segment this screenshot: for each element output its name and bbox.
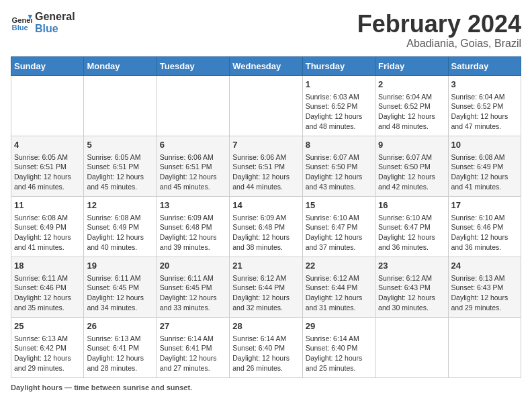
calendar-cell <box>230 75 302 136</box>
logo: General Blue General Blue <box>11 11 75 34</box>
header-cell-wednesday: Wednesday <box>230 56 302 75</box>
logo-line1: General <box>35 11 75 23</box>
calendar-week-3: 18Sunrise: 6:11 AM Sunset: 6:46 PM Dayli… <box>11 257 521 317</box>
day-info: Sunrise: 6:10 AM Sunset: 6:46 PM Dayligh… <box>451 213 518 253</box>
day-info: Sunrise: 6:14 AM Sunset: 6:40 PM Dayligh… <box>306 334 372 373</box>
location-subtitle: Abadiania, Goias, Brazil <box>357 38 521 50</box>
day-info: Sunrise: 6:04 AM Sunset: 6:52 PM Dayligh… <box>451 92 518 132</box>
day-number: 11 <box>14 199 81 212</box>
calendar-cell: 28Sunrise: 6:14 AM Sunset: 6:40 PM Dayli… <box>230 317 302 377</box>
day-number: 21 <box>232 260 299 272</box>
day-info: Sunrise: 6:05 AM Sunset: 6:51 PM Dayligh… <box>87 152 153 192</box>
header-cell-tuesday: Tuesday <box>157 56 229 75</box>
day-info: Sunrise: 6:07 AM Sunset: 6:50 PM Dayligh… <box>378 152 445 192</box>
day-info: Sunrise: 6:06 AM Sunset: 6:51 PM Dayligh… <box>160 152 226 192</box>
header-cell-sunday: Sunday <box>11 56 84 75</box>
day-number: 28 <box>232 320 299 332</box>
day-number: 4 <box>14 139 81 151</box>
calendar-cell: 4Sunrise: 6:05 AM Sunset: 6:51 PM Daylig… <box>11 136 84 196</box>
day-number: 1 <box>306 79 372 91</box>
calendar-week-2: 11Sunrise: 6:08 AM Sunset: 6:49 PM Dayli… <box>11 196 521 257</box>
day-number: 13 <box>160 199 226 212</box>
day-number: 26 <box>87 320 153 332</box>
calendar-cell: 5Sunrise: 6:05 AM Sunset: 6:51 PM Daylig… <box>84 136 157 196</box>
day-info: Sunrise: 6:08 AM Sunset: 6:49 PM Dayligh… <box>451 152 518 192</box>
day-number: 12 <box>87 199 153 212</box>
calendar-cell: 19Sunrise: 6:11 AM Sunset: 6:45 PM Dayli… <box>84 257 157 317</box>
day-info: Sunrise: 6:07 AM Sunset: 6:50 PM Dayligh… <box>306 152 372 192</box>
calendar-cell: 24Sunrise: 6:13 AM Sunset: 6:43 PM Dayli… <box>448 257 521 317</box>
calendar-cell: 13Sunrise: 6:09 AM Sunset: 6:48 PM Dayli… <box>157 196 229 257</box>
day-info: Sunrise: 6:14 AM Sunset: 6:40 PM Dayligh… <box>232 334 299 373</box>
day-info: Sunrise: 6:06 AM Sunset: 6:51 PM Dayligh… <box>232 152 299 192</box>
day-info: Sunrise: 6:12 AM Sunset: 6:44 PM Dayligh… <box>306 273 372 313</box>
header: General Blue General Blue February 2024 … <box>11 11 521 50</box>
footer-text: — time between sunrise and sunset. <box>62 383 192 392</box>
day-number: 16 <box>378 199 445 212</box>
calendar-cell: 11Sunrise: 6:08 AM Sunset: 6:49 PM Dayli… <box>11 196 84 257</box>
title-area: February 2024 Abadiania, Goias, Brazil <box>357 11 521 50</box>
day-info: Sunrise: 6:12 AM Sunset: 6:44 PM Dayligh… <box>232 273 299 313</box>
logo-line2: Blue <box>35 23 75 35</box>
calendar-body: 1Sunrise: 6:03 AM Sunset: 6:52 PM Daylig… <box>11 75 521 377</box>
day-number: 8 <box>306 139 372 151</box>
day-number: 20 <box>160 260 226 272</box>
calendar-cell: 21Sunrise: 6:12 AM Sunset: 6:44 PM Dayli… <box>230 257 302 317</box>
calendar-cell: 25Sunrise: 6:13 AM Sunset: 6:42 PM Dayli… <box>11 317 84 377</box>
day-info: Sunrise: 6:13 AM Sunset: 6:41 PM Dayligh… <box>87 334 153 373</box>
day-info: Sunrise: 6:09 AM Sunset: 6:48 PM Dayligh… <box>160 213 226 253</box>
day-info: Sunrise: 6:13 AM Sunset: 6:43 PM Dayligh… <box>451 273 518 313</box>
calendar-cell <box>84 75 157 136</box>
day-number: 29 <box>306 320 372 332</box>
day-info: Sunrise: 6:11 AM Sunset: 6:46 PM Dayligh… <box>14 273 81 313</box>
calendar-cell: 23Sunrise: 6:12 AM Sunset: 6:43 PM Dayli… <box>375 257 448 317</box>
calendar-cell: 3Sunrise: 6:04 AM Sunset: 6:52 PM Daylig… <box>448 75 521 136</box>
calendar-cell: 16Sunrise: 6:10 AM Sunset: 6:47 PM Dayli… <box>375 196 448 257</box>
calendar-cell: 20Sunrise: 6:11 AM Sunset: 6:45 PM Dayli… <box>157 257 229 317</box>
calendar-cell: 2Sunrise: 6:04 AM Sunset: 6:52 PM Daylig… <box>375 75 448 136</box>
day-number: 19 <box>87 260 153 272</box>
day-info: Sunrise: 6:03 AM Sunset: 6:52 PM Dayligh… <box>306 92 372 132</box>
header-cell-monday: Monday <box>84 56 157 75</box>
day-number: 22 <box>306 260 372 272</box>
day-info: Sunrise: 6:05 AM Sunset: 6:51 PM Dayligh… <box>14 152 81 192</box>
day-number: 23 <box>378 260 445 272</box>
calendar-week-4: 25Sunrise: 6:13 AM Sunset: 6:42 PM Dayli… <box>11 317 521 377</box>
day-number: 18 <box>14 260 81 272</box>
calendar-cell: 26Sunrise: 6:13 AM Sunset: 6:41 PM Dayli… <box>84 317 157 377</box>
calendar-header-row: SundayMondayTuesdayWednesdayThursdayFrid… <box>11 56 521 75</box>
calendar-cell: 7Sunrise: 6:06 AM Sunset: 6:51 PM Daylig… <box>230 136 302 196</box>
day-info: Sunrise: 6:11 AM Sunset: 6:45 PM Dayligh… <box>160 273 226 313</box>
calendar-cell <box>448 317 521 377</box>
header-cell-thursday: Thursday <box>302 56 375 75</box>
day-info: Sunrise: 6:04 AM Sunset: 6:52 PM Dayligh… <box>378 92 445 132</box>
day-info: Sunrise: 6:11 AM Sunset: 6:45 PM Dayligh… <box>87 273 153 313</box>
day-number: 3 <box>451 79 518 91</box>
header-cell-saturday: Saturday <box>448 56 521 75</box>
month-year-title: February 2024 <box>357 11 521 38</box>
calendar-cell: 10Sunrise: 6:08 AM Sunset: 6:49 PM Dayli… <box>448 136 521 196</box>
calendar-cell: 27Sunrise: 6:14 AM Sunset: 6:41 PM Dayli… <box>157 317 229 377</box>
day-number: 6 <box>160 139 226 151</box>
day-number: 14 <box>232 199 299 212</box>
day-number: 17 <box>451 199 518 212</box>
day-number: 5 <box>87 139 153 151</box>
day-info: Sunrise: 6:14 AM Sunset: 6:41 PM Dayligh… <box>160 334 226 373</box>
calendar-cell: 15Sunrise: 6:10 AM Sunset: 6:47 PM Dayli… <box>302 196 375 257</box>
calendar-cell: 12Sunrise: 6:08 AM Sunset: 6:49 PM Dayli… <box>84 196 157 257</box>
day-info: Sunrise: 6:09 AM Sunset: 6:48 PM Dayligh… <box>232 213 299 253</box>
calendar-week-1: 4Sunrise: 6:05 AM Sunset: 6:51 PM Daylig… <box>11 136 521 196</box>
calendar-cell: 17Sunrise: 6:10 AM Sunset: 6:46 PM Dayli… <box>448 196 521 257</box>
footer: Daylight hours — time between sunrise an… <box>11 383 521 392</box>
day-info: Sunrise: 6:08 AM Sunset: 6:49 PM Dayligh… <box>14 213 81 253</box>
calendar-cell: 29Sunrise: 6:14 AM Sunset: 6:40 PM Dayli… <box>302 317 375 377</box>
calendar-cell <box>11 75 84 136</box>
day-number: 2 <box>378 79 445 91</box>
day-number: 24 <box>451 260 518 272</box>
calendar-cell: 6Sunrise: 6:06 AM Sunset: 6:51 PM Daylig… <box>157 136 229 196</box>
day-info: Sunrise: 6:10 AM Sunset: 6:47 PM Dayligh… <box>378 213 445 253</box>
day-number: 9 <box>378 139 445 151</box>
calendar-week-0: 1Sunrise: 6:03 AM Sunset: 6:52 PM Daylig… <box>11 75 521 136</box>
day-number: 27 <box>160 320 226 332</box>
day-number: 10 <box>451 139 518 151</box>
